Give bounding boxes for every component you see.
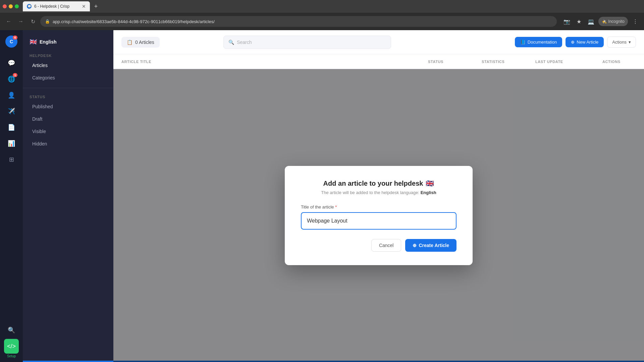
articles-count-badge: 📋 0 Articles <box>121 37 160 48</box>
header-actions: 📘 Documentation ⊕ New Article Actions ▾ <box>515 37 636 48</box>
incognito-label: Incognito <box>608 19 625 24</box>
col-status: STATUS <box>428 60 482 64</box>
notes-nav-item[interactable]: 📄 <box>4 120 19 135</box>
col-last-update: LAST UPDATE <box>535 60 602 64</box>
globe-badge: 1 <box>13 73 17 77</box>
tab-bar: 💬 6 - Helpdesk | Crisp ✕ + <box>0 0 644 13</box>
forward-button[interactable]: → <box>16 17 25 26</box>
modal-flag-icon: 🇬🇧 <box>426 179 434 187</box>
status-section-label: STATUS <box>23 92 113 100</box>
main-badge: 6 <box>13 36 17 40</box>
modal-subtitle-lang: English <box>421 190 436 195</box>
win-minimize[interactable] <box>9 4 13 8</box>
articles-count-label: 0 Articles <box>135 40 154 45</box>
search-bar[interactable]: 🔍 Search <box>223 36 391 49</box>
chevron-down-icon: ▾ <box>629 40 631 45</box>
sidebar-divider-1 <box>23 88 113 88</box>
inbox-nav-item[interactable]: ✈️ <box>4 104 19 119</box>
article-title-input[interactable] <box>301 212 457 230</box>
language-label: English <box>40 39 57 45</box>
actions-dropdown-button[interactable]: Actions ▾ <box>607 37 636 48</box>
sidebar-item-articles[interactable]: Articles <box>25 59 111 71</box>
notes-icon: 📄 <box>8 124 15 131</box>
new-tab-button[interactable]: + <box>91 2 101 11</box>
address-bar-row: ← → ↻ 🔒 app.crisp.chat/website/6833ae5b-… <box>0 13 644 30</box>
setup-label: Setup <box>7 354 16 358</box>
plugins-icon: ⊞ <box>9 156 14 163</box>
device-icon[interactable]: 💻 <box>586 17 596 26</box>
modal-title: Add an article to your helpdesk 🇬🇧 <box>301 179 457 187</box>
avatar-nav-item[interactable]: C 6 <box>4 34 19 49</box>
analytics-icon: 📊 <box>8 140 15 147</box>
search-bar-icon: 🔍 <box>228 40 234 45</box>
browser-actions: 📷 ★ 💻 🕵️ Incognito ⋮ <box>562 17 640 26</box>
active-tab[interactable]: 💬 6 - Helpdesk | Crisp ✕ <box>23 1 90 11</box>
inbox-icon: ✈️ <box>8 108 15 115</box>
add-article-modal: Add an article to your helpdesk 🇬🇧 The a… <box>285 166 473 265</box>
plus-icon: ⊕ <box>571 40 575 45</box>
setup-icon-container: </> <box>4 339 19 354</box>
col-article-title: ARTICLE TITLE <box>121 60 428 64</box>
code-icon: </> <box>7 343 16 350</box>
required-marker: * <box>335 204 337 209</box>
new-article-header-button[interactable]: ⊕ New Article <box>566 37 604 47</box>
create-plus-icon: ⊕ <box>413 243 417 248</box>
url-text: app.crisp.chat/website/6833ae5b-844d-4c9… <box>53 19 552 24</box>
article-list-icon: 📋 <box>127 40 132 45</box>
app-container: C 6 💬 🌐 1 👤 ✈️ 📄 📊 ⊞ 🔍 <box>0 30 644 362</box>
documentation-button[interactable]: 📘 Documentation <box>515 37 562 47</box>
sidebar-language: 🇬🇧 English <box>23 36 113 51</box>
contacts-icon: 👤 <box>8 92 15 99</box>
cancel-button[interactable]: Cancel <box>371 239 401 252</box>
sidebar-item-draft[interactable]: Draft <box>25 113 111 125</box>
analytics-nav-item[interactable]: 📊 <box>4 136 19 151</box>
main-content: 📋 0 Articles 🔍 Search 📘 Documentation ⊕ … <box>113 30 644 362</box>
sidebar-item-hidden[interactable]: Hidden <box>25 138 111 150</box>
browser-chrome: 💬 6 - Helpdesk | Crisp ✕ + ← → ↻ 🔒 app.c… <box>0 0 644 30</box>
contacts-nav-item[interactable]: 👤 <box>4 88 19 103</box>
sidebar-item-categories[interactable]: Categories <box>25 72 111 84</box>
col-actions: ACTIONS <box>602 60 636 64</box>
main-header: 📋 0 Articles 🔍 Search 📘 Documentation ⊕ … <box>113 30 644 54</box>
modal-subtitle: The article will be added to the helpdes… <box>301 190 457 195</box>
actions-label: Actions <box>612 40 627 45</box>
more-options-icon[interactable]: ⋮ <box>631 17 640 26</box>
sidebar: 🇬🇧 English HELPDESK Articles Categories … <box>23 30 113 362</box>
flag-icon: 🇬🇧 <box>30 38 37 46</box>
bookmark-icon[interactable]: ★ <box>574 17 584 26</box>
search-placeholder: Search <box>237 40 252 45</box>
sidebar-item-published[interactable]: Published <box>25 101 111 113</box>
incognito-button[interactable]: 🕵️ Incognito <box>598 17 628 26</box>
col-statistics: STATISTICS <box>482 60 535 64</box>
table-header: ARTICLE TITLE STATUS STATISTICS LAST UPD… <box>113 54 644 69</box>
search-icon: 🔍 <box>8 326 15 334</box>
tab-title: 6 - Helpdesk | Crisp <box>34 4 69 9</box>
field-label: Title of the article * <box>301 204 457 209</box>
address-bar[interactable]: 🔒 app.crisp.chat/website/6833ae5b-844d-4… <box>40 16 557 27</box>
helpdesk-section-label: HELPDESK <box>23 51 113 59</box>
tab-close-btn[interactable]: ✕ <box>82 4 86 9</box>
sidebar-item-visible[interactable]: Visible <box>25 125 111 137</box>
refresh-button[interactable]: ↻ <box>28 17 38 26</box>
lock-icon: 🔒 <box>45 19 50 24</box>
create-article-button[interactable]: ⊕ Create Article <box>405 239 457 252</box>
chat-nav-item[interactable]: 💬 <box>4 56 19 70</box>
camera-off-icon[interactable]: 📷 <box>562 17 572 26</box>
back-button[interactable]: ← <box>4 17 13 26</box>
modal-actions: Cancel ⊕ Create Article <box>301 239 457 252</box>
icon-nav: C 6 💬 🌐 1 👤 ✈️ 📄 📊 ⊞ 🔍 <box>0 30 23 362</box>
chat-icon: 💬 <box>8 59 15 67</box>
setup-nav-item[interactable]: </> Setup <box>4 339 19 358</box>
plugins-nav-item[interactable]: ⊞ <box>4 152 19 167</box>
doc-icon: 📘 <box>520 40 526 45</box>
win-close[interactable] <box>3 4 7 8</box>
win-maximize[interactable] <box>15 4 19 8</box>
incognito-icon: 🕵️ <box>602 19 607 24</box>
tab-favicon: 💬 <box>27 4 32 9</box>
modal-overlay: Add an article to your helpdesk 🇬🇧 The a… <box>113 69 644 362</box>
search-nav-item[interactable]: 🔍 <box>4 323 19 338</box>
globe-nav-item[interactable]: 🌐 1 <box>4 72 19 86</box>
main-body: ⊕ New Article ☁ Import articles Add an a… <box>113 69 644 362</box>
